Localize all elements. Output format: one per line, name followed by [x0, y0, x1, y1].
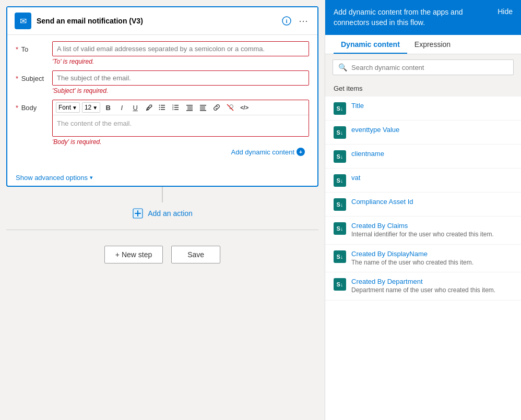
item-desc: The name of the user who created this it…	[351, 259, 513, 267]
svg-rect-17	[186, 110, 193, 111]
underline-button[interactable]: U	[129, 103, 141, 113]
to-field-wrapper: 'To' is required.	[52, 41, 309, 65]
subject-label: * Subject	[16, 70, 47, 82]
unordered-list-button[interactable]	[157, 103, 168, 112]
show-advanced-label: Show advanced options	[16, 174, 88, 182]
item-title: Compliance Asset Id	[351, 198, 513, 206]
subject-required-star: *	[16, 75, 18, 82]
item-title: Created By Claims	[351, 222, 513, 230]
svg-text:i: i	[286, 18, 287, 24]
dynamic-list-item[interactable]: S↓ vat	[325, 169, 521, 193]
bottom-divider	[6, 230, 318, 230]
svg-point-5	[159, 105, 160, 106]
svg-rect-10	[174, 109, 179, 110]
font-size-value: 12	[85, 104, 91, 111]
body-content[interactable]: The content of the email.	[53, 115, 309, 136]
card-header-actions: i ⋯	[281, 14, 310, 28]
item-content: Created By Department Department name of…	[351, 278, 513, 295]
show-advanced-button[interactable]: Show advanced options ▾	[7, 170, 101, 186]
svg-rect-14	[186, 105, 193, 106]
dynamic-list-item[interactable]: S↓ eventtype Value	[325, 121, 521, 145]
add-action-button[interactable]: Add an action	[132, 208, 193, 219]
body-row: * Body Font ▼ 12 ▼	[16, 100, 309, 158]
new-step-label: + New step	[115, 250, 152, 259]
new-step-button[interactable]: + New step	[104, 246, 163, 263]
section-header: Get items	[325, 80, 521, 97]
save-label: Save	[187, 250, 204, 259]
svg-rect-21	[200, 110, 206, 111]
add-dynamic-button[interactable]: Add dynamic content +	[231, 148, 305, 156]
highlight-button[interactable]: 🖊	[143, 103, 155, 113]
item-content: Title	[351, 102, 513, 110]
svg-rect-3	[161, 107, 165, 108]
left-panel: ✉ Send an email notification (V3) i ⋯	[0, 0, 325, 420]
font-dropdown-icon: ▼	[72, 105, 77, 111]
item-content: Created By DisplayName The name of the u…	[351, 250, 513, 267]
item-icon: S↓	[334, 198, 346, 211]
svg-point-7	[159, 109, 160, 110]
dynamic-list-item[interactable]: S↓ Compliance Asset Id	[325, 193, 521, 217]
item-icon: S↓	[334, 126, 346, 139]
item-desc: Department name of the user who created …	[351, 286, 513, 295]
italic-button[interactable]: I	[116, 103, 127, 113]
to-input[interactable]	[52, 41, 309, 56]
card-body: * To 'To' is required. * Subject 'Subjec…	[7, 35, 317, 170]
to-label: * To	[16, 41, 47, 53]
font-size-dropdown-icon: ▼	[92, 105, 98, 111]
add-dynamic-label: Add dynamic content	[231, 148, 294, 156]
svg-rect-4	[161, 109, 165, 110]
tabs-row: Dynamic content Expression	[325, 35, 521, 54]
dynamic-list-item[interactable]: S↓ Created By Department Department name…	[325, 272, 521, 301]
search-input-wrapper: 🔍	[333, 59, 514, 75]
connector-line	[162, 187, 163, 202]
ordered-list-button[interactable]: 1.2.3.	[170, 103, 182, 112]
right-panel: Add dynamic content from the apps and co…	[325, 0, 521, 420]
unlink-button[interactable]	[224, 103, 236, 112]
card-header: ✉ Send an email notification (V3) i ⋯	[7, 7, 317, 35]
to-required-star: *	[16, 45, 18, 53]
bold-button[interactable]: B	[102, 103, 114, 113]
svg-text:3.: 3.	[172, 108, 174, 111]
svg-rect-16	[187, 109, 193, 110]
body-required-star: *	[16, 104, 18, 112]
dynamic-list-item[interactable]: S↓ clientname	[325, 145, 521, 169]
indent-left-button[interactable]	[184, 103, 195, 112]
svg-rect-20	[200, 109, 205, 110]
add-dynamic-plus-icon: +	[297, 148, 305, 156]
to-row: * To 'To' is required.	[16, 41, 309, 65]
tab-expression[interactable]: Expression	[407, 35, 458, 54]
body-editor: Font ▼ 12 ▼ B I U 🖊	[52, 100, 309, 137]
dynamic-list-item[interactable]: S↓ Created By DisplayName The name of th…	[325, 245, 521, 273]
font-size-select[interactable]: 12 ▼	[82, 102, 100, 113]
bottom-actions: + New step Save	[104, 246, 220, 263]
info-button[interactable]: i	[281, 15, 292, 27]
indent-right-button[interactable]	[197, 103, 209, 112]
item-icon: S↓	[334, 278, 346, 291]
hide-button[interactable]: Hide	[498, 7, 513, 16]
body-label: * Body	[16, 100, 47, 112]
email-icon: ✉	[15, 13, 31, 29]
more-options-button[interactable]: ⋯	[298, 14, 310, 28]
font-select[interactable]: Font ▼	[56, 102, 80, 113]
item-content: eventtype Value	[351, 126, 513, 134]
dynamic-list-item[interactable]: S↓ Title	[325, 97, 521, 121]
search-row: 🔍	[325, 54, 521, 80]
dynamic-panel-header: Add dynamic content from the apps and co…	[325, 0, 521, 35]
subject-input[interactable]	[52, 70, 309, 86]
dynamic-list-item[interactable]: S↓ Created By Claims Internal identifier…	[325, 217, 521, 245]
code-button[interactable]: </>	[238, 103, 251, 112]
svg-rect-19	[200, 107, 205, 108]
body-field-wrapper: Font ▼ 12 ▼ B I U 🖊	[52, 100, 309, 158]
tab-dynamic-content[interactable]: Dynamic content	[334, 35, 407, 54]
item-icon: S↓	[334, 250, 346, 263]
save-button[interactable]: Save	[171, 246, 220, 263]
add-action-container: Add an action	[127, 202, 198, 224]
item-icon: S↓	[334, 174, 346, 187]
body-error: 'Body' is required.	[52, 138, 309, 146]
search-dynamic-input[interactable]	[351, 64, 508, 71]
subject-row: * Subject 'Subject' is required.	[16, 70, 309, 94]
item-content: vat	[351, 174, 513, 182]
search-icon: 🔍	[338, 63, 347, 71]
item-title: vat	[351, 174, 513, 182]
link-button[interactable]	[211, 103, 222, 112]
